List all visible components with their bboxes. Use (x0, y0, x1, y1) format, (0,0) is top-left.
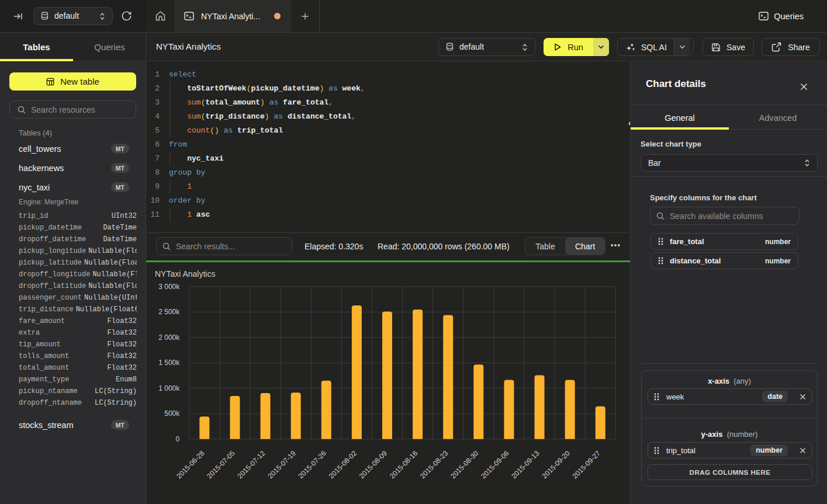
svg-text:1 000k: 1 000k (158, 384, 180, 392)
svg-text:0: 0 (176, 435, 180, 443)
svg-text:2015-07-05: 2015-07-05 (205, 449, 237, 481)
svg-text:2 000k: 2 000k (158, 333, 180, 342)
svg-text:2015-07-19: 2015-07-19 (266, 449, 297, 481)
svg-text:2015-09-20: 2015-09-20 (540, 449, 572, 481)
svg-text:2015-09-06: 2015-09-06 (479, 449, 511, 481)
svg-text:2015-08-23: 2015-08-23 (418, 449, 450, 481)
svg-text:2015-07-26: 2015-07-26 (297, 449, 328, 481)
svg-text:2015-08-16: 2015-08-16 (388, 449, 420, 481)
svg-text:2015-08-09: 2015-08-09 (358, 449, 389, 481)
svg-text:2 500k: 2 500k (158, 308, 180, 316)
svg-text:1 500k: 1 500k (158, 359, 180, 367)
svg-text:3 000k: 3 000k (158, 283, 180, 291)
svg-text:2015-07-12: 2015-07-12 (236, 449, 267, 481)
svg-text:2015-08-30: 2015-08-30 (449, 449, 480, 481)
svg-text:2015-08-02: 2015-08-02 (327, 449, 359, 481)
svg-text:NYTaxi Analytics: NYTaxi Analytics (155, 269, 215, 279)
svg-text:2015-09-13: 2015-09-13 (510, 449, 541, 481)
svg-text:500k: 500k (164, 409, 180, 418)
svg-text:2015-06-28: 2015-06-28 (175, 449, 206, 481)
svg-text:2015-09-27: 2015-09-27 (571, 449, 603, 481)
